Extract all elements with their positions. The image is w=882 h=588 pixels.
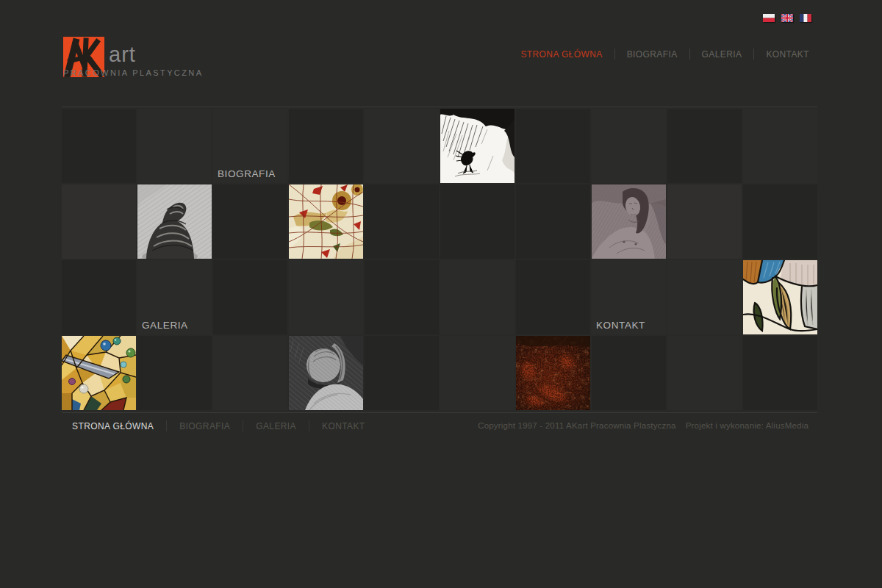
footer-nav-kontakt[interactable]: KONTAKT: [322, 421, 365, 431]
artwork-thumbnail-red-texture[interactable]: [516, 336, 590, 410]
nav-separator: [309, 420, 309, 431]
grid-tile: [137, 336, 212, 410]
grid-tile: [137, 109, 212, 183]
grid-tile: [592, 109, 666, 183]
main-navigation: STRONA GŁÓWNA BIOGRAFIA GALERIA KONTAKT: [520, 49, 809, 60]
copyright: Copyright 1997 - 2011 AKart Pracownia Pl…: [478, 421, 808, 430]
artwork-thumbnail-glass-abstract[interactable]: [743, 260, 817, 334]
grid-link-biografia[interactable]: BIOGRAFIA: [213, 109, 287, 183]
grid-tile: [213, 184, 287, 259]
logo-subtitle: PRACOWNIA PLASTYCZNA: [63, 68, 203, 77]
stained-glass-flower: [289, 184, 363, 259]
footer-nav-galeria[interactable]: GALERIA: [256, 421, 296, 431]
footer-navigation: STRONA GŁÓWNA BIOGRAFIA GALERIA KONTAKT: [72, 420, 365, 431]
grid-tile: [667, 184, 742, 259]
grid-link-label: BIOGRAFIA: [218, 168, 276, 179]
stained-glass-amber: [62, 336, 136, 410]
grid-tile: [516, 184, 590, 259]
page: { "brand": { "monogram": "AK", "name": "…: [0, 0, 882, 588]
grid-tile: [592, 336, 666, 410]
grid-tile: [440, 260, 514, 334]
grid-link-kontakt[interactable]: KONTAKT: [592, 260, 666, 334]
wrapped-figure-drawing: [137, 184, 212, 259]
grid-tile: [743, 109, 817, 183]
copyright-text: Copyright 1997 - 2011 AKart Pracownia Pl…: [478, 421, 676, 430]
grid-tile: [62, 260, 136, 334]
grid-tile: [213, 260, 287, 334]
nav-kontakt[interactable]: KONTAKT: [766, 49, 809, 60]
artwork-grid: BIOGRAFIA: [62, 109, 817, 410]
artwork-thumbnail-glass-flower[interactable]: [289, 184, 363, 259]
grid-tile: [667, 260, 742, 334]
stained-glass-abstract: [743, 260, 817, 334]
grid-link-label: GALERIA: [142, 320, 188, 331]
grid-tile: [62, 184, 136, 259]
bird-ink-drawing: [440, 109, 514, 183]
grid-tile: [365, 109, 439, 183]
red-abstract-painting: [516, 336, 590, 410]
grid-tile: [743, 336, 817, 410]
grid-tile: [213, 336, 287, 410]
grid-tile: [365, 184, 439, 259]
footer-nav-biografia[interactable]: BIOGRAFIA: [179, 421, 230, 431]
woman-portrait-sketch: [592, 184, 666, 259]
artwork-thumbnail-glass-amber[interactable]: [62, 336, 136, 410]
language-switcher: [763, 14, 811, 22]
nav-separator: [166, 420, 167, 431]
credits-text: Projekt i wykonanie: AliusMedia: [686, 421, 808, 430]
grid-tile: [440, 184, 514, 259]
footer-divider: [62, 412, 817, 413]
nav-separator: [243, 420, 243, 431]
nav-separator: [614, 49, 615, 60]
artwork-thumbnail-wrapped-figure[interactable]: [137, 184, 212, 259]
polish-flag-icon[interactable]: [763, 14, 775, 22]
grid-tile: [516, 109, 590, 183]
nav-galeria[interactable]: GALERIA: [702, 49, 742, 60]
english-flag-icon[interactable]: [781, 14, 793, 22]
grid-tile: [440, 336, 514, 410]
nav-biografia[interactable]: BIOGRAFIA: [627, 49, 678, 60]
grid-link-label: KONTAKT: [596, 320, 645, 331]
french-flag-icon[interactable]: [800, 14, 811, 22]
grid-tile: [516, 260, 590, 334]
header-divider: [62, 107, 817, 107]
grid-tile: [62, 109, 136, 183]
grid-tile: [667, 336, 742, 410]
artwork-thumbnail-portrait[interactable]: [592, 184, 666, 259]
footer-nav-strona-glowna[interactable]: STRONA GŁÓWNA: [72, 421, 154, 431]
nav-separator: [753, 49, 754, 60]
bowed-figure-drawing: [289, 336, 363, 410]
nav-separator: [689, 49, 690, 60]
grid-tile: [289, 260, 363, 334]
nav-strona-glowna[interactable]: STRONA GŁÓWNA: [520, 49, 602, 60]
grid-tile: [743, 184, 817, 259]
grid-tile: [289, 109, 363, 183]
grid-link-galeria[interactable]: GALERIA: [137, 260, 212, 334]
logo-name: art: [109, 44, 136, 65]
grid-tile: [667, 109, 742, 183]
artwork-thumbnail-bowed-figure[interactable]: [289, 336, 363, 410]
artwork-thumbnail-bird-ink[interactable]: [440, 109, 514, 183]
grid-tile: [365, 260, 439, 334]
grid-tile: [365, 336, 439, 410]
